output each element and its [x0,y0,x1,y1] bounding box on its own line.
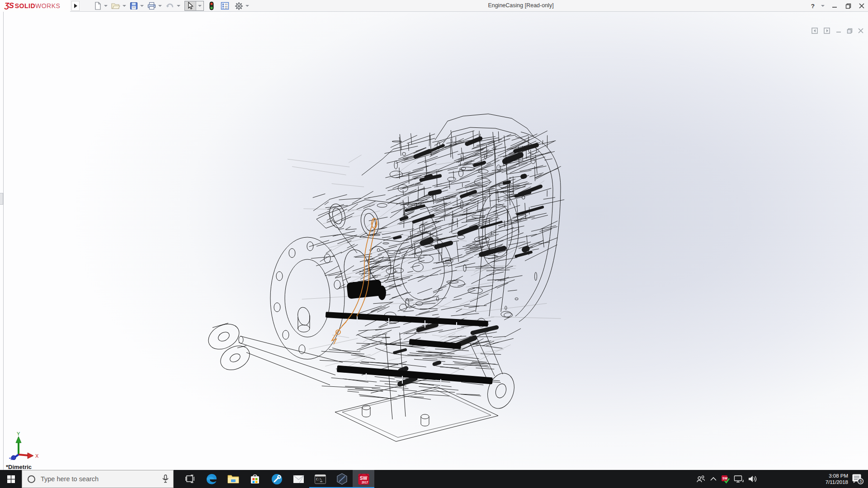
restore-button[interactable] [844,2,852,9]
clock-time: 3:08 PM [829,473,848,479]
dropdown-arrow[interactable] [177,5,180,7]
windows-logo-icon [7,475,15,483]
select-tool-dropdown[interactable] [196,1,203,11]
dropdown-arrow[interactable] [245,5,249,7]
new-document-icon [94,2,102,10]
help-button[interactable]: ? [811,3,815,9]
undo-icon [165,2,175,10]
x-axis-arrow [28,453,33,459]
solidworks-app-button[interactable]: SW 2017 [353,470,374,488]
document-title: EngineCasing [Read-only] [488,2,553,9]
svg-text:SW: SW [722,477,728,480]
dropdown-arrow [198,5,202,7]
edge-icon [206,473,217,485]
wrench-circle-icon [271,474,283,485]
hexagon-app-icon [336,473,348,485]
options-button[interactable] [234,1,244,11]
print-icon [147,2,156,10]
close-icon [859,3,864,9]
cortana-icon [28,475,35,483]
document-window-controls [811,26,863,35]
svg-text:2017: 2017 [362,481,368,484]
taskbar-search[interactable]: Type here to search [22,470,174,488]
print-button[interactable] [146,1,157,11]
open-button[interactable] [110,1,121,11]
tray-expand-chevron-icon[interactable] [710,477,717,481]
title-bar: ƷS SOLIDWORKS [0,0,868,12]
action-center-icon: 3 [852,474,863,484]
ds-logo-icon: ƷS [5,1,14,10]
action-center-button[interactable]: 3 [849,470,866,488]
command-prompt-icon: C:\ [315,474,326,484]
dropdown-arrow[interactable] [140,5,144,7]
y-axis-arrow [16,436,21,443]
settings-tool-button[interactable] [266,470,288,488]
search-placeholder: Type here to search [41,475,162,483]
roll-right-button[interactable] [824,28,830,34]
mail-button[interactable] [288,470,309,488]
solidworks-monitor-icon[interactable]: SW [721,475,730,483]
edge-button[interactable] [201,470,222,488]
rebuild-traffic-light-icon [209,1,214,10]
rebuild-button[interactable] [208,1,215,11]
hexagon-app-button[interactable] [331,470,353,488]
save-icon [130,2,138,10]
undo-button[interactable] [165,1,175,11]
dropdown-arrow[interactable] [123,5,126,7]
task-view-button[interactable] [179,470,201,488]
svg-text:C:\: C:\ [316,478,322,481]
solidworks-app-icon: SW 2017 [358,473,370,485]
reference-triad: Y X [4,424,44,460]
select-tool-group [184,1,204,11]
select-cursor-icon [187,2,194,10]
triad-y-label: Y [17,431,20,436]
close-button[interactable] [858,2,865,9]
store-button[interactable] [244,470,266,488]
save-button[interactable] [129,1,139,11]
dropdown-arrow[interactable] [158,5,162,7]
wireframe-model[interactable] [0,12,868,470]
dropdown-arrow[interactable] [104,5,108,7]
store-icon [250,474,260,484]
quick-access-toolbar [93,0,252,11]
system-tray: SW [696,470,758,488]
taskbar-clock[interactable]: 3:08 PM 7/11/2018 [816,470,849,488]
minimize-button[interactable] [831,2,838,9]
menu-flyout-button[interactable] [71,1,80,11]
mail-icon [293,475,304,483]
doc-close-button[interactable] [858,28,863,33]
microphone-icon[interactable] [162,474,169,483]
task-view-icon [185,474,195,483]
taskbar: Type here to search [0,470,868,488]
notification-count-badge: 3 [859,479,862,483]
file-properties-icon [221,2,229,10]
doc-restore-button[interactable] [847,28,853,34]
select-tool-button[interactable] [185,1,196,10]
graphics-viewport[interactable]: Y X *Dimetric [0,12,868,470]
flyout-arrow-icon [74,4,77,8]
command-prompt-button[interactable]: C:\ [309,470,331,488]
file-properties-button[interactable] [220,1,230,11]
file-explorer-icon [227,474,239,484]
new-document-button[interactable] [93,1,103,11]
file-explorer-button[interactable] [222,470,244,488]
open-folder-icon [111,2,120,10]
help-dropdown-arrow[interactable] [821,5,825,7]
solidworks-logo: ƷS SOLIDWORKS [0,0,70,12]
minimize-icon [832,3,837,9]
svg-text:SW: SW [360,476,368,481]
roll-left-button[interactable] [811,28,818,34]
triad-x-label: X [35,453,39,459]
doc-minimize-button[interactable] [836,28,841,33]
window-controls: ? [811,0,865,12]
volume-icon[interactable] [748,475,758,483]
view-orientation-label: *Dimetric [6,464,32,470]
restore-icon [845,3,851,9]
people-icon[interactable] [696,475,706,483]
start-button[interactable] [0,470,22,488]
options-gear-icon [235,2,243,10]
network-icon[interactable] [734,475,744,483]
clock-date: 7/11/2018 [826,479,848,485]
